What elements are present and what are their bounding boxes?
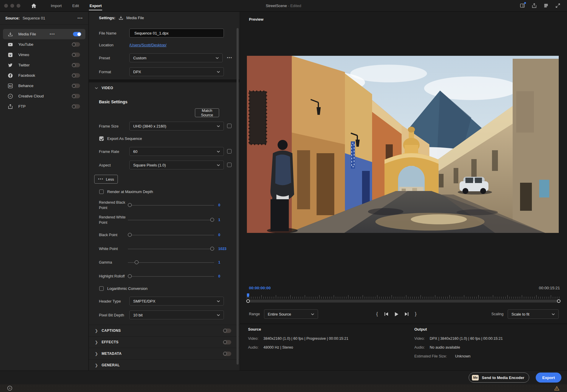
logarithmic-conversion-row: Logarithmic Conversion — [99, 286, 148, 291]
location-label: Location — [99, 43, 129, 47]
creative-cloud-icon: ∞ — [7, 94, 14, 99]
play-button[interactable] — [394, 312, 399, 317]
frame-rate-match-checkbox[interactable] — [227, 149, 232, 153]
black-point-label: Black Point — [99, 232, 128, 238]
home-icon[interactable] — [31, 3, 37, 9]
captions-toggle[interactable] — [223, 329, 231, 333]
step-forward-button[interactable] — [404, 312, 409, 316]
metadata-toggle[interactable] — [223, 352, 231, 356]
media-file-menu-button[interactable]: ••• — [50, 32, 55, 36]
timeline-ruler[interactable] — [247, 293, 560, 299]
less-button[interactable]: ••• Less — [94, 175, 118, 184]
settings-scrollbar[interactable] — [237, 28, 239, 365]
export-as-sequence-checkbox[interactable] — [99, 136, 104, 141]
chevron-down-icon — [552, 313, 555, 315]
source-label: Source: — [5, 16, 19, 20]
source-info-title: Source — [248, 327, 348, 331]
share-icon[interactable] — [532, 3, 537, 8]
mark-in-button[interactable]: { — [376, 311, 379, 317]
file-name-input[interactable] — [129, 29, 224, 37]
highlight-rolloff-slider[interactable] — [128, 274, 214, 278]
tab-import[interactable]: Import — [47, 0, 66, 12]
range-label: Range — [249, 312, 260, 316]
creative-cloud-icon: ∞ — [7, 386, 12, 391]
close-window-button[interactable] — [4, 4, 8, 8]
transport-controls: { } — [376, 309, 417, 319]
gamma-label: Gamma — [99, 260, 128, 265]
preset-menu-button[interactable]: ••• — [227, 56, 232, 60]
basic-settings-heading: Basic Settings — [99, 99, 127, 104]
header-type-dropdown[interactable]: SMPTE/DPX — [129, 297, 224, 306]
destination-behance[interactable]: Bē Behance — [3, 81, 85, 91]
destination-facebook[interactable]: Facebook — [3, 70, 85, 81]
captions-section-header[interactable]: ❯ CAPTIONS — [89, 325, 239, 336]
output-video-label: Video: — [414, 337, 430, 341]
range-bar[interactable] — [247, 300, 560, 303]
rendered-white-point-label: Rendered White Point — [99, 215, 128, 225]
behance-toggle[interactable] — [72, 84, 80, 88]
frame-size-match-checkbox[interactable] — [227, 124, 232, 128]
destination-ftp[interactable]: FTP — [3, 101, 85, 112]
source-menu-button[interactable]: ••• — [77, 16, 83, 20]
rendered-black-point-slider[interactable] — [128, 203, 214, 207]
range-in-handle[interactable] — [246, 299, 250, 303]
pixel-bit-depth-dropdown[interactable]: 10 bit — [129, 311, 224, 319]
tab-export[interactable]: Export — [85, 0, 106, 12]
timecode-current: 00:00:00:00 — [249, 286, 271, 290]
location-link[interactable]: /Users/Scott/Desktop/ — [129, 43, 167, 47]
highlight-rolloff-label: Highlight Rolloff — [99, 274, 128, 279]
chevron-right-icon: ❯ — [95, 329, 98, 333]
chevron-down-icon — [217, 314, 220, 316]
aspect-match-checkbox[interactable] — [227, 163, 232, 167]
effects-section-header[interactable]: ❯ EFFECTS — [89, 336, 239, 348]
black-point-slider[interactable] — [128, 233, 214, 237]
quick-export-icon[interactable] — [520, 3, 525, 8]
tab-edit[interactable]: Edit — [68, 0, 83, 12]
export-button[interactable]: Export — [536, 373, 561, 383]
general-section-header[interactable]: ❯ GENERAL — [89, 359, 239, 371]
white-point-slider[interactable] — [128, 247, 214, 251]
range-out-handle[interactable] — [557, 299, 561, 303]
logarithmic-conversion-checkbox[interactable] — [99, 286, 104, 291]
minimize-window-button[interactable] — [10, 4, 14, 8]
ftp-toggle[interactable] — [72, 104, 80, 109]
media-file-toggle[interactable] — [73, 32, 81, 36]
zoom-window-button[interactable] — [17, 4, 20, 8]
send-to-media-encoder-button[interactable]: Me Send to Media Encoder — [469, 373, 529, 383]
aspect-dropdown[interactable]: Square Pixels (1.0) — [129, 161, 224, 169]
aspect-label: Aspect — [99, 163, 129, 167]
effects-toggle[interactable] — [223, 340, 231, 344]
destination-vimeo[interactable]: v Vimeo — [3, 50, 85, 60]
fullscreen-icon[interactable] — [555, 3, 561, 8]
rendered-black-point-label: Rendered Black Point — [99, 200, 128, 210]
warning-icon[interactable] — [554, 386, 559, 391]
render-max-depth-checkbox[interactable] — [99, 190, 104, 194]
frame-size-dropdown[interactable]: UHD (3840 x 2160) — [129, 122, 224, 130]
facebook-toggle[interactable] — [72, 73, 80, 78]
rendered-white-point-slider[interactable] — [128, 218, 214, 222]
youtube-toggle[interactable] — [72, 42, 80, 47]
metadata-section-header[interactable]: ❯ METADATA — [89, 348, 239, 359]
video-section-header[interactable]: VIDEO — [95, 86, 113, 90]
creative-cloud-toggle[interactable] — [72, 94, 80, 98]
timeline-scrubber[interactable] — [247, 293, 560, 303]
export-as-sequence-label: Export As Sequence — [107, 136, 142, 141]
vimeo-toggle[interactable] — [72, 53, 80, 57]
destination-twitter[interactable]: Twitter — [3, 60, 85, 70]
destination-media-file[interactable]: Media File ••• — [3, 29, 85, 39]
range-dropdown[interactable]: Entire Source — [264, 309, 318, 319]
format-dropdown[interactable]: DPX — [129, 67, 224, 76]
preset-dropdown[interactable]: Custom — [129, 53, 223, 62]
render-queue-icon[interactable] — [543, 3, 549, 8]
source-audio-label: Audio: — [248, 345, 263, 349]
destination-youtube[interactable]: YouTube — [3, 39, 85, 50]
output-info: Output Video: DPX | 3840x2160 (1.0) | 60… — [414, 327, 503, 363]
mark-out-button[interactable]: } — [414, 311, 417, 317]
frame-rate-dropdown[interactable]: 60 — [129, 147, 224, 156]
destination-creative-cloud[interactable]: ∞ Creative Cloud — [3, 91, 85, 101]
match-source-button[interactable]: Match Source — [195, 108, 219, 117]
scaling-dropdown[interactable]: Scale to fit — [508, 309, 559, 319]
step-back-button[interactable] — [384, 312, 389, 316]
gamma-slider[interactable] — [128, 260, 214, 264]
twitter-toggle[interactable] — [72, 63, 80, 67]
